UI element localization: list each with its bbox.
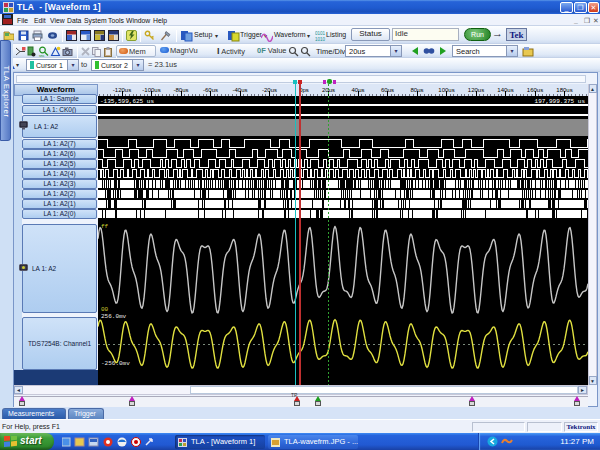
svg-text:-100us: -100us bbox=[142, 87, 160, 93]
svg-text:60us: 60us bbox=[381, 87, 394, 93]
svg-text:-120us: -120us bbox=[113, 87, 131, 93]
svg-text:-256.0mv: -256.0mv bbox=[101, 360, 130, 367]
svg-text:40us: 40us bbox=[351, 87, 364, 93]
svg-text:180us: 180us bbox=[556, 87, 572, 93]
svg-text:120us: 120us bbox=[468, 87, 484, 93]
svg-text:-60us: -60us bbox=[203, 87, 218, 93]
svg-text:100us: 100us bbox=[438, 87, 454, 93]
svg-text:TP: TP bbox=[291, 392, 298, 398]
svg-text:160us: 160us bbox=[527, 87, 543, 93]
svg-text:0101: 0101 bbox=[315, 31, 326, 36]
svg-text:-80us: -80us bbox=[173, 87, 188, 93]
svg-text:-40us: -40us bbox=[232, 87, 247, 93]
svg-text:ff: ff bbox=[101, 223, 109, 230]
svg-text:140us: 140us bbox=[497, 87, 513, 93]
svg-text:-135,599,625 us: -135,599,625 us bbox=[100, 98, 154, 105]
svg-text:1010: 1010 bbox=[315, 37, 326, 42]
svg-text:snc: snc bbox=[39, 54, 45, 58]
svg-text:80us: 80us bbox=[410, 87, 423, 93]
svg-text:197,999.375 us: 197,999.375 us bbox=[535, 98, 586, 105]
svg-text:-20us: -20us bbox=[262, 87, 277, 93]
svg-text:256.0mv: 256.0mv bbox=[101, 313, 127, 320]
